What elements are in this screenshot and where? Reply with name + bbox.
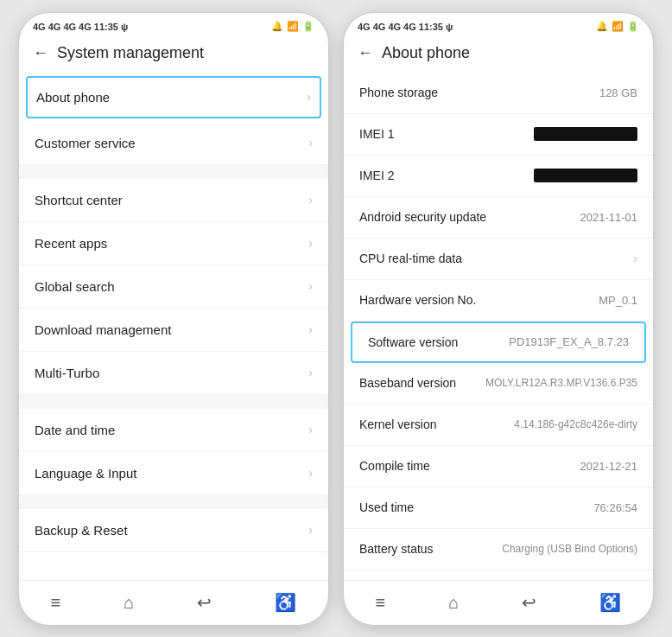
- menu-item-label: Recent apps: [35, 236, 107, 251]
- chevron-icon: ›: [308, 366, 313, 379]
- spacer: [19, 165, 328, 179]
- menu-item-label: Shortcut center: [35, 193, 123, 207]
- chevron-icon: ›: [308, 523, 313, 537]
- detail-list: Phone storage 128 GB IMEI 1 IMEI 2 Andro…: [344, 73, 653, 580]
- chevron-icon: ›: [308, 423, 313, 436]
- nav-home-icon[interactable]: ⌂: [124, 593, 134, 613]
- menu-item-global-search[interactable]: Global search ›: [19, 265, 328, 309]
- battery-icon: 🔋: [627, 21, 639, 32]
- detail-value: 76:26:54: [593, 501, 637, 514]
- back-button[interactable]: ←: [33, 44, 48, 62]
- top-bar-right: ← About phone: [344, 37, 653, 73]
- chevron-icon: ›: [308, 193, 313, 207]
- chevron-icon: ›: [307, 90, 311, 104]
- detail-row-cpu-realtime[interactable]: CPU real-time data ›: [344, 239, 653, 280]
- detail-value: 2021-11-01: [580, 211, 638, 224]
- detail-label: Hardware version No.: [359, 293, 476, 307]
- notification-icon: 🔔: [271, 21, 283, 32]
- menu-item-download-management[interactable]: Download management ›: [19, 309, 328, 352]
- detail-value: 2021-12-21: [580, 460, 638, 473]
- chevron-icon: ›: [308, 322, 313, 336]
- status-left: 4G 4G 4G 4G 11:35 ψ: [358, 22, 453, 32]
- nav-accessibility-icon[interactable]: ♿: [275, 592, 296, 613]
- detail-row-software-version: Software version PD1913F_EX_A_8.7.23: [351, 322, 646, 363]
- nav-home-icon[interactable]: ⌂: [448, 593, 459, 613]
- detail-label: Used time: [359, 500, 414, 514]
- menu-item-multi-turbo[interactable]: Multi-Turbo ›: [19, 352, 328, 395]
- menu-item-backup-reset[interactable]: Backup & Reset ›: [19, 509, 328, 552]
- time-display: 4G 4G 11:35 ψ: [63, 22, 128, 32]
- time-display: 4G 4G 11:35 ψ: [388, 22, 453, 32]
- detail-row-battery-status: Battery status Charging (USB Bind Option…: [344, 529, 653, 570]
- detail-label: Kernel version: [359, 417, 437, 431]
- menu-item-recent-apps[interactable]: Recent apps ›: [19, 222, 328, 265]
- notification-icon: 🔔: [596, 21, 608, 32]
- menu-item-label: Multi-Turbo: [35, 366, 99, 380]
- status-bar-left: 4G 4G 4G 4G 11:35 ψ 🔔 📶 🔋: [19, 13, 328, 37]
- menu-item-shortcut-center[interactable]: Shortcut center ›: [19, 179, 328, 222]
- menu-item-customer-service[interactable]: Customer service ›: [19, 122, 328, 165]
- menu-item-label: Global search: [35, 279, 115, 294]
- menu-item-language-input[interactable]: Language & Input ›: [19, 452, 328, 495]
- menu-item-label: Download management: [35, 322, 171, 337]
- signal-icon: 4G: [358, 22, 371, 32]
- detail-value: MP_0.1: [599, 294, 637, 307]
- menu-list: About phone › Customer service › Shortcu…: [19, 73, 328, 580]
- chevron-icon: ›: [308, 136, 313, 150]
- chevron-icon: ›: [308, 236, 313, 250]
- detail-label: Baseband version: [359, 376, 456, 390]
- wifi-icon: 📶: [612, 21, 624, 32]
- nav-accessibility-icon[interactable]: ♿: [599, 592, 621, 613]
- nav-menu-icon[interactable]: ≡: [376, 593, 386, 613]
- detail-label: IMEI 1: [359, 127, 394, 141]
- page-title-left: System management: [57, 44, 204, 62]
- detail-value: MOLY.LR12A.R3.MP.V136.6.P35: [485, 377, 637, 389]
- bottom-nav-left: ≡ ⌂ ↩ ♿: [19, 580, 328, 625]
- right-phone: 4G 4G 4G 4G 11:35 ψ 🔔 📶 🔋 ← About phone …: [343, 12, 654, 626]
- status-left: 4G 4G 4G 4G 11:35 ψ: [33, 22, 128, 32]
- signal-icon2: 4G: [373, 22, 386, 32]
- chevron-icon: ›: [633, 252, 637, 265]
- detail-row-imei2: IMEI 2: [344, 156, 653, 197]
- menu-item-label: Date and time: [35, 423, 115, 437]
- spacer: [19, 495, 328, 509]
- battery-icon: 🔋: [302, 21, 314, 32]
- detail-label: Software version: [368, 335, 458, 349]
- detail-row-baseband-version: Baseband version MOLY.LR12A.R3.MP.V136.6…: [344, 363, 653, 404]
- detail-row-compile-time: Compile time 2021-12-21: [344, 446, 653, 487]
- detail-value-redacted: [534, 169, 637, 182]
- wifi-icon: 📶: [287, 21, 299, 32]
- menu-item-label: Backup & Reset: [35, 523, 128, 538]
- detail-row-used-time: Used time 76:26:54: [344, 487, 653, 529]
- detail-value: PD1913F_EX_A_8.7.23: [509, 335, 629, 348]
- nav-back-icon[interactable]: ↩: [522, 592, 536, 613]
- nav-back-icon[interactable]: ↩: [197, 592, 212, 613]
- detail-row-android-security: Android security update 2021-11-01: [344, 197, 653, 239]
- menu-item-label: Language & Input: [35, 466, 136, 481]
- chevron-icon: ›: [308, 466, 313, 480]
- menu-item-label: Customer service: [35, 136, 136, 150]
- detail-row-phone-storage: Phone storage 128 GB: [344, 73, 653, 114]
- bottom-nav-right: ≡ ⌂ ↩ ♿: [344, 580, 653, 625]
- chevron-icon: ›: [308, 279, 313, 293]
- detail-label: Battery status: [359, 542, 434, 556]
- detail-value: Charging (USB Bind Options): [502, 543, 637, 555]
- detail-value-redacted: [534, 127, 637, 141]
- detail-value: 128 GB: [599, 86, 637, 99]
- nav-menu-icon[interactable]: ≡: [51, 593, 61, 613]
- page-title-right: About phone: [382, 44, 470, 62]
- top-bar-left: ← System management: [19, 37, 328, 73]
- detail-row-kernel-version: Kernel version 4.14.186-g42c8c426e-dirty: [344, 404, 653, 446]
- spacer: [19, 395, 328, 409]
- detail-label: Android security update: [359, 210, 486, 224]
- signal-icon2: 4G: [48, 22, 61, 32]
- detail-row-hardware-version: Hardware version No. MP_0.1: [344, 280, 653, 322]
- detail-label: Compile time: [359, 459, 430, 473]
- menu-item-about-phone[interactable]: About phone ›: [26, 76, 321, 118]
- status-right: 🔔 📶 🔋: [596, 21, 639, 32]
- detail-label: CPU real-time data: [359, 252, 462, 265]
- back-button[interactable]: ←: [358, 44, 373, 62]
- left-phone: 4G 4G 4G 4G 11:35 ψ 🔔 📶 🔋 ← System manag…: [18, 12, 329, 626]
- menu-item-date-time[interactable]: Date and time ›: [19, 409, 328, 452]
- detail-label: IMEI 2: [359, 169, 394, 182]
